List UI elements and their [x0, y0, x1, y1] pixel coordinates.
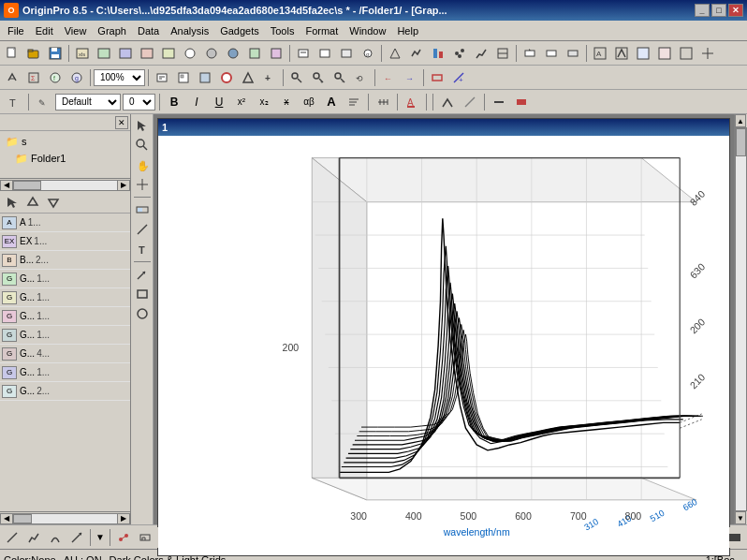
alpha-btn[interactable]: αβ	[299, 92, 319, 112]
vscroll-track[interactable]	[735, 127, 747, 511]
toolbar-btn-9[interactable]	[244, 43, 265, 64]
toolbar-btn-16[interactable]	[406, 43, 427, 64]
data-selector-tool[interactable]	[133, 200, 152, 219]
toolbar-btn-14[interactable]: σ	[358, 43, 378, 64]
toolbar-btn-28[interactable]	[676, 43, 696, 64]
color-btn[interactable]: A	[402, 92, 422, 112]
zoom-select[interactable]: 100% 75% 150% 200%	[94, 69, 145, 86]
toolbar-btn-12[interactable]	[315, 43, 335, 64]
tb2-btn-9[interactable]	[238, 67, 258, 88]
toolbar-btn-25[interactable]	[611, 43, 632, 64]
dataset-row-4[interactable]: G G... 1...	[0, 288, 130, 307]
toolbar-btn-3[interactable]	[115, 43, 136, 64]
tb2-btn-1[interactable]	[2, 67, 22, 88]
tool-up-arrow[interactable]	[22, 192, 43, 213]
toolbar-btn-15[interactable]	[385, 43, 405, 64]
panel-close-btn[interactable]: ✕	[115, 116, 128, 129]
tb2-btn-17[interactable]	[427, 67, 447, 88]
tb2-btn-16[interactable]: →	[400, 67, 420, 88]
select-tool[interactable]	[133, 116, 152, 135]
import-button[interactable]: xls	[72, 43, 93, 64]
menu-help[interactable]: Help	[391, 22, 424, 40]
bt-7[interactable]	[135, 527, 155, 548]
vscroll-down-btn[interactable]: ▼	[735, 511, 746, 524]
menu-analysis[interactable]: Analysis	[165, 22, 214, 40]
font-icon-btn[interactable]: ✎	[33, 92, 53, 112]
bottom-scroll-left-btn[interactable]: ◀	[0, 513, 13, 524]
text-tool-btn[interactable]: T	[4, 92, 24, 112]
bt-3[interactable]	[45, 527, 66, 548]
red-btn[interactable]	[511, 92, 532, 112]
bt-1[interactable]	[2, 527, 22, 548]
bt-5[interactable]: ▼	[94, 527, 107, 548]
toolbar-btn-17[interactable]	[428, 43, 448, 64]
tb2-btn-15[interactable]: ←	[378, 67, 399, 88]
superscript-button[interactable]: x²	[231, 92, 252, 112]
graph-content[interactable]: 840 630 200 210 660 510 410 310 300 400 …	[158, 136, 729, 555]
tb2-btn-5[interactable]	[152, 67, 172, 88]
new-button[interactable]	[2, 43, 22, 64]
draw-btn-3[interactable]	[489, 92, 509, 112]
bottom-scroll-track[interactable]	[13, 513, 117, 524]
tb2-btn-6[interactable]	[173, 67, 194, 88]
bold-button[interactable]: B	[164, 92, 184, 112]
tb2-btn-12[interactable]: +	[308, 67, 329, 88]
bottom-scroll-right-btn[interactable]: ▶	[117, 513, 130, 524]
tb2-btn-14[interactable]: ⟲	[351, 67, 372, 88]
tb2-btn-13[interactable]: -	[330, 67, 350, 88]
toolbar-btn-11[interactable]	[293, 43, 314, 64]
scroll-right-btn[interactable]: ▶	[117, 180, 130, 191]
dataset-row-7[interactable]: G G... 4...	[0, 345, 130, 363]
dataset-row-3[interactable]: G G... 1...	[0, 270, 130, 288]
toolbar-btn-29[interactable]	[697, 43, 718, 64]
draw-btn-1[interactable]	[437, 92, 458, 112]
maximize-button[interactable]: □	[711, 4, 726, 17]
vscroll-thumb[interactable]	[736, 128, 746, 156]
font-size-select[interactable]: 0 8 10 12	[123, 94, 155, 111]
scroll-track[interactable]	[13, 180, 117, 191]
bt-4[interactable]	[66, 527, 87, 548]
toolbar-btn-22[interactable]	[541, 43, 562, 64]
toolbar-btn-2[interactable]	[94, 43, 114, 64]
crosshair-tool[interactable]	[133, 175, 152, 194]
toolbar-btn-24[interactable]: A	[590, 43, 610, 64]
bt-6[interactable]	[113, 527, 134, 548]
strikethrough-button[interactable]: x	[276, 92, 297, 112]
draw-line-tool[interactable]	[133, 220, 152, 239]
menu-format[interactable]: Format	[300, 22, 344, 40]
toolbar-btn-6[interactable]	[180, 43, 200, 64]
open-button[interactable]	[23, 43, 44, 64]
bt-2[interactable]	[23, 527, 44, 548]
scroll-thumb[interactable]	[13, 181, 41, 190]
toolbar-btn-23[interactable]	[563, 43, 583, 64]
tb2-btn-3[interactable]: f	[45, 67, 66, 88]
toolbar-btn-5[interactable]	[158, 43, 179, 64]
align-btn[interactable]	[344, 92, 364, 112]
tool-select[interactable]	[2, 192, 22, 213]
toolbar-btn-19[interactable]	[471, 43, 491, 64]
dataset-row-9[interactable]: G G... 2...	[0, 382, 130, 401]
bottom-scroll-thumb[interactable]	[13, 514, 32, 523]
pan-tool[interactable]: ✋	[133, 155, 152, 174]
menu-edit[interactable]: Edit	[30, 22, 59, 40]
tb2-btn-2[interactable]: Σ	[23, 67, 44, 88]
draw-arrow-tool[interactable]	[133, 265, 152, 284]
tool-down-arrow[interactable]	[43, 192, 64, 213]
tb2-btn-10[interactable]: +	[259, 67, 280, 88]
dataset-row-6[interactable]: G G... 1...	[0, 326, 130, 345]
toolbar-btn-4[interactable]	[137, 43, 157, 64]
dataset-row-2[interactable]: B B... 2...	[0, 251, 130, 270]
scroll-left-btn[interactable]: ◀	[0, 180, 13, 191]
minimize-button[interactable]: _	[695, 4, 710, 17]
toolbar-btn-10[interactable]	[266, 43, 286, 64]
tree-root-s[interactable]: 📁 s	[2, 133, 128, 150]
zoom-tool[interactable]	[133, 136, 152, 155]
big-a-btn[interactable]: A	[321, 92, 342, 112]
toolbar-btn-13[interactable]	[336, 43, 357, 64]
menu-view[interactable]: View	[59, 22, 93, 40]
toolbar-btn-7[interactable]	[201, 43, 222, 64]
toolbar-btn-27[interactable]	[654, 43, 675, 64]
draw-rect-tool[interactable]	[133, 285, 152, 303]
font-name-select[interactable]: Default	[55, 94, 121, 111]
menu-tools[interactable]: Tools	[265, 22, 300, 40]
